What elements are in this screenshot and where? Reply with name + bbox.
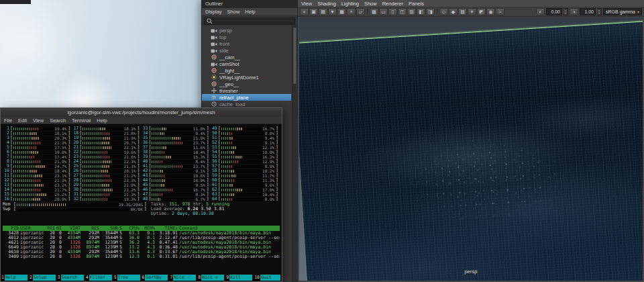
exposure-field[interactable]: 0.00	[546, 8, 562, 15]
cpu-meter-20: 20[20.7%]	[72, 140, 140, 145]
camera-icon	[210, 28, 217, 34]
outliner-item-top[interactable]: top	[202, 34, 291, 40]
exposure-stepper[interactable]: ▴▾	[564, 8, 568, 15]
cpu-meter-29: 29[21.0%]	[72, 183, 140, 187]
process-row-4610: 4610igorzanic2004334M292M3544MS13.64.30:…	[3, 250, 280, 254]
outliner-panel-title[interactable]: Outliner	[202, 0, 297, 8]
cpu-meter-37: 37[11.6%]	[142, 145, 209, 150]
outliner-item-side[interactable]: side	[202, 47, 291, 54]
image-plane-icon[interactable]: ▦	[337, 8, 346, 15]
terminal-titlebar[interactable]: igorzanic@igor-sim-vws:/projects/houdini…	[1, 108, 282, 117]
camera-select-icon[interactable]: ⌖	[300, 8, 309, 15]
viewport-menu-renderer[interactable]: Renderer	[382, 1, 403, 7]
gamma-stepper[interactable]: ▴▾	[597, 8, 602, 15]
terminal-menu-search[interactable]: Search	[50, 117, 66, 124]
view-transform-dropdown[interactable]: sRGB gamma ▾	[603, 8, 642, 15]
terminal-menu-terminal[interactable]: Terminal	[72, 117, 91, 124]
outliner-item-refract-plane[interactable]: refract_plane	[202, 94, 291, 101]
grid-icon[interactable]: ▩	[370, 8, 378, 15]
fkey-filter: 4Filter	[85, 275, 112, 281]
viewport-menubar: ViewShadingLightingShowRendererPanels	[298, 0, 644, 7]
terminal-menu-help[interactable]: Help	[97, 117, 107, 124]
camera-label: persp	[465, 269, 478, 275]
cpu-meter-8: 8[21.9%]	[3, 159, 70, 164]
cpu-meter-7: 7[17.4%]	[3, 154, 70, 159]
outliner-search-row	[202, 16, 297, 26]
terminal-menu-file[interactable]: File	[4, 117, 12, 124]
cpu-meter-12: 12[21.3%]	[3, 178, 70, 183]
outliner-menu-display[interactable]: Display	[205, 9, 222, 15]
cpu-meter-45: 45[9.5%]	[142, 183, 209, 187]
fkey-search: 3Search	[57, 275, 84, 281]
column-header-shr: SHR	[101, 226, 118, 231]
outliner-item-thresher[interactable]: thresher	[202, 87, 291, 94]
terminal-menu-edit[interactable]: Edit	[18, 117, 27, 124]
desktop-corner-window-edge	[0, 0, 31, 4]
bookmarks-icon[interactable]: ▼	[328, 8, 337, 15]
outliner-menu-show[interactable]: Show	[227, 9, 240, 15]
toolbar-separator	[367, 8, 368, 15]
textured-icon[interactable]: ▨	[458, 8, 467, 15]
viewport-menu-view[interactable]: View	[301, 1, 312, 7]
terminal-menu-view[interactable]: View	[33, 117, 44, 124]
cpu-meter-11: 11[23.1%]	[3, 173, 70, 178]
cpu-meter-51: 51[9.4%]	[211, 136, 278, 140]
resolution-gate-icon[interactable]: ▯	[388, 8, 397, 15]
film-gate-icon[interactable]: ▭	[379, 8, 388, 15]
gate-mask-icon[interactable]: ◫	[398, 8, 407, 15]
viewport-menu-shading[interactable]: Shading	[317, 1, 336, 7]
shadows-icon[interactable]: ◩	[477, 8, 486, 15]
cpu-meter-15: 15[25.2%]	[3, 192, 70, 197]
chevron-down-icon: ▾	[637, 9, 639, 14]
gamma-field[interactable]: 1.00	[580, 8, 596, 15]
outliner-item-label: __light__	[219, 68, 239, 74]
two-d-pan-zoom-icon[interactable]: +	[347, 8, 356, 15]
outliner-item-geo[interactable]: __geo__	[202, 81, 291, 87]
outliner-scrollbar[interactable]	[292, 26, 297, 282]
field-chart-icon[interactable]: ▥	[407, 8, 416, 15]
cpu-meter-36: 36[23.7%]	[142, 140, 209, 145]
cpu-meter-64: 64[8.9%]	[211, 197, 278, 201]
cpu-meter-46: 46[16.7%]	[142, 187, 209, 192]
viewport-menu-panels[interactable]: Panels	[409, 1, 424, 7]
lock-camera-icon[interactable]: ▣	[309, 8, 318, 15]
cpu-meter-25: 25[21.1%]	[72, 164, 140, 169]
outliner-item-cache-load[interactable]: cache load	[202, 101, 291, 107]
shaded-icon[interactable]: ◆	[449, 8, 458, 15]
cpu-meter-54: 54[10.0%]	[211, 150, 278, 154]
outliner-scrollbar-thumb[interactable]	[293, 28, 297, 84]
cpu-column-2: 17[18.3%]18[21.8%]19[21.9%]20[20.7%]21[2…	[72, 126, 141, 201]
camera-attributes-icon[interactable]: ▤	[319, 8, 327, 15]
viewport-menu-lighting[interactable]: Lighting	[341, 1, 359, 7]
outliner-item-persp[interactable]: persp	[202, 27, 291, 34]
outliner-search-input[interactable]	[204, 17, 295, 25]
exposure-icon[interactable]: ◐	[536, 8, 545, 15]
cpu-meter-1: 1[19.4%]	[3, 126, 70, 131]
grease-pencil-icon[interactable]: ▱	[356, 8, 365, 15]
viewport-canvas[interactable]: persp	[299, 17, 643, 281]
cpu-meter-3: 3[20.3%]	[3, 136, 70, 140]
viewport-menu-show[interactable]: Show	[364, 1, 377, 7]
screen-space-ao-icon[interactable]: ◉	[486, 8, 495, 15]
outliner-item-cam[interactable]: __cam__	[202, 54, 291, 60]
safe-title-icon[interactable]: ◨	[426, 8, 435, 15]
outliner-item-light[interactable]: __light__	[202, 67, 291, 74]
motion-blur-icon[interactable]: ≈	[496, 8, 504, 15]
gamma-icon[interactable]: ◑	[570, 8, 578, 15]
outliner-item-camshot[interactable]: camShot	[202, 60, 291, 67]
outliner-item-front[interactable]: front	[202, 40, 291, 47]
cpu-meter-55: 55[16.3%]	[211, 154, 278, 159]
cpu-meter-42: 42[9.1%]	[142, 169, 209, 173]
use-all-lights-icon[interactable]: ☀	[468, 8, 476, 15]
cpu-meter-2: 2[18.1%]	[3, 131, 70, 136]
safe-action-icon[interactable]: ◧	[417, 8, 425, 15]
fkey-help: 1Help	[1, 275, 28, 281]
wireframe-icon[interactable]: ◇	[439, 8, 448, 15]
terminal-window: igorzanic@igor-sim-vws:/projects/houdini…	[0, 107, 282, 282]
foam-splash-patch	[403, 132, 569, 228]
outliner-item-vraylightdome1[interactable]: VRayLightDome1	[202, 74, 291, 81]
cpu-meter-48: 48[6.7%]	[142, 197, 209, 201]
fkey-nice: 7Nice -	[169, 275, 196, 281]
outliner-menu-help[interactable]: Help	[245, 9, 255, 15]
process-table-rows: 3428igorzanic2004334M292M3544MS63.30.13:…	[3, 231, 280, 259]
